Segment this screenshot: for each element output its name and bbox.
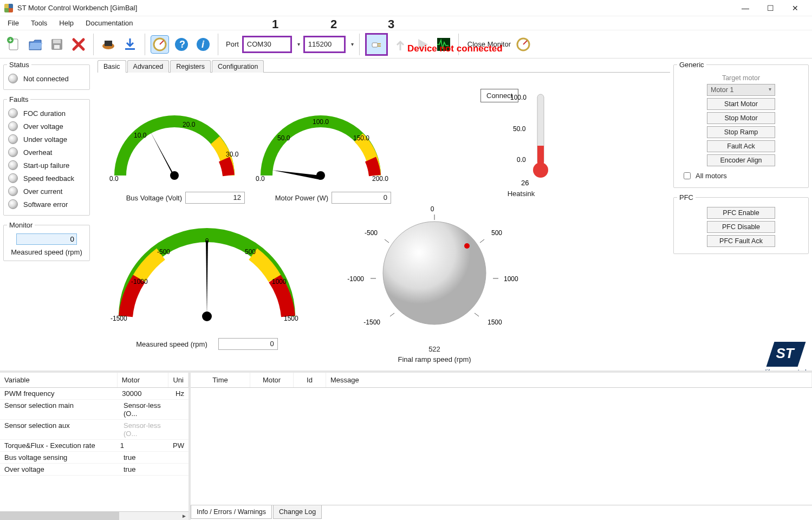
fault-led: [8, 121, 18, 131]
port-caret-icon[interactable]: ▾: [297, 41, 300, 47]
svg-text:-1000: -1000: [347, 275, 364, 283]
save-icon[interactable]: [48, 35, 66, 54]
table-row[interactable]: PWM frequency30000Hz: [0, 388, 189, 400]
open-icon[interactable]: [26, 35, 44, 54]
tab-advanced[interactable]: Advanced: [127, 60, 170, 73]
status-legend: Status: [7, 61, 31, 69]
svg-text:50.0: 50.0: [513, 125, 526, 133]
help-icon[interactable]: ?: [172, 35, 191, 54]
table-row[interactable]: Over voltagetrue: [0, 464, 189, 476]
fault-row: Under voltage: [7, 133, 86, 146]
baud-caret-icon[interactable]: ▾: [351, 41, 354, 47]
table-row[interactable]: Sensor selection auxSensor-less (O...: [0, 420, 189, 440]
svg-rect-5: [54, 45, 60, 49]
fault-led: [8, 199, 18, 209]
variables-hscroll[interactable]: ◄ ►: [0, 511, 189, 520]
tab-info-errors[interactable]: Info / Errors / Warnings: [191, 505, 272, 519]
fault-row: FOC duration: [7, 107, 86, 120]
port-select[interactable]: COM30: [242, 36, 292, 53]
fault-ack-button[interactable]: Fault Ack: [707, 140, 775, 152]
col-time[interactable]: Time: [191, 373, 250, 387]
status-led: [8, 74, 18, 83]
st-logo: ST life.augmented: [765, 342, 807, 375]
download-icon[interactable]: [121, 35, 139, 54]
baud-select[interactable]: 115200: [303, 36, 346, 53]
table-row[interactable]: Bus voltage sensingtrue: [0, 452, 189, 464]
generic-group: Generic Target motor Motor 1 Start Motor…: [673, 61, 809, 188]
right-sidebar: Generic Target motor Motor 1 Start Motor…: [670, 58, 812, 369]
close-monitor-icon[interactable]: [514, 35, 532, 54]
fault-led: [8, 134, 18, 144]
svg-line-49: [480, 239, 484, 243]
variables-body[interactable]: PWM frequency30000HzSensor selection mai…: [0, 388, 189, 511]
delete-icon[interactable]: [69, 35, 88, 54]
connect-button[interactable]: [365, 33, 388, 56]
log-panel: Time Motor Id Message Info / Errors / Wa…: [191, 373, 812, 520]
tab-change-log[interactable]: Change Log: [273, 505, 322, 519]
col-unit[interactable]: Uni: [168, 373, 189, 387]
fault-led: [8, 147, 18, 157]
device-status-text: Device not connected: [407, 43, 503, 54]
new-project-icon[interactable]: +: [4, 35, 23, 54]
tab-basic[interactable]: Basic: [98, 60, 126, 73]
left-sidebar: Status Not connected Faults FOC duration…: [0, 58, 93, 369]
log-body[interactable]: [191, 388, 812, 505]
log-tabs: Info / Errors / Warnings Change Log: [191, 505, 812, 520]
table-row[interactable]: Sensor selection mainSensor-less (O...: [0, 400, 189, 420]
pfc-enable-button[interactable]: PFC Enable: [707, 207, 775, 219]
bus-voltage-gauge: 0.0 10.0 20.0 30.0 Bus Voltage (Volt) 12: [104, 100, 245, 204]
col-log-motor[interactable]: Motor: [250, 373, 294, 387]
target-motor-label: Target motor: [677, 74, 805, 82]
motor-select[interactable]: Motor 1: [707, 84, 775, 96]
svg-text:1000: 1000: [272, 278, 287, 285]
menu-tools[interactable]: Tools: [31, 19, 47, 27]
tab-registers[interactable]: Registers: [170, 60, 211, 73]
motor-power-gauge: 0.0 50.0 100.0 150.0 200.0 Motor Power (…: [250, 100, 391, 204]
fault-label: Overheat: [23, 148, 52, 157]
upload-icon[interactable]: [391, 35, 410, 54]
all-motors-checkbox[interactable]: [684, 172, 691, 179]
col-motor[interactable]: Motor: [118, 373, 169, 387]
pfc-fault-ack-button[interactable]: PFC Fault Ack: [707, 235, 775, 247]
fault-led: [8, 160, 18, 170]
final-ramp-value[interactable]: 522: [399, 345, 470, 353]
pfc-disable-button[interactable]: PFC Disable: [707, 221, 775, 233]
start-motor-button[interactable]: Start Motor: [707, 98, 775, 110]
window-maximize-button[interactable]: ☐: [758, 0, 783, 16]
monitor-label: Measured speed (rpm): [7, 248, 86, 256]
menu-documentation[interactable]: Documentation: [86, 19, 133, 27]
window-minimize-button[interactable]: —: [733, 0, 758, 16]
monitor-gauge-icon[interactable]: [151, 35, 169, 54]
bus-voltage-value: 12: [185, 192, 245, 204]
monitor-value-input[interactable]: [16, 233, 77, 245]
window-close-button[interactable]: ✕: [783, 0, 808, 16]
menu-help[interactable]: Help: [59, 19, 74, 27]
tab-configuration[interactable]: Configuration: [212, 60, 264, 73]
heatsink-gauge: 100.0 50.0 0.0 26 Heatsink: [451, 89, 592, 198]
svg-text:-1000: -1000: [131, 278, 148, 285]
svg-line-53: [475, 313, 479, 316]
fault-label: Start-up failure: [23, 161, 69, 170]
scroll-thumb[interactable]: [0, 512, 119, 520]
fault-label: Over current: [23, 187, 62, 196]
fault-led: [8, 186, 18, 196]
encoder-align-button[interactable]: Encoder Align: [707, 154, 775, 166]
final-ramp-knob[interactable]: 0 -500 500 -1000 1000 -1500 1500 522 Fin…: [342, 203, 527, 363]
generic-legend: Generic: [677, 61, 706, 69]
menu-file[interactable]: File: [8, 19, 19, 27]
col-id[interactable]: Id: [294, 373, 326, 387]
svg-text:0.0: 0.0: [256, 175, 265, 183]
svg-point-29: [316, 171, 325, 180]
col-message[interactable]: Message: [326, 373, 812, 387]
chip-icon[interactable]: [99, 35, 118, 54]
table-row[interactable]: Torque&Flux - Execution rate1PW: [0, 440, 189, 452]
info-icon[interactable]: i: [194, 35, 212, 54]
menu-bar: File Tools Help Documentation: [0, 16, 812, 30]
stop-ramp-button[interactable]: Stop Ramp: [707, 126, 775, 138]
variables-panel: Variable Motor Uni PWM frequency30000HzS…: [0, 373, 191, 520]
faults-group: Faults FOC durationOver voltageUnder vol…: [3, 95, 90, 216]
col-variable[interactable]: Variable: [0, 373, 118, 387]
scroll-right-icon[interactable]: ►: [180, 512, 189, 520]
stop-motor-button[interactable]: Stop Motor: [707, 112, 775, 124]
svg-point-44: [202, 311, 212, 321]
